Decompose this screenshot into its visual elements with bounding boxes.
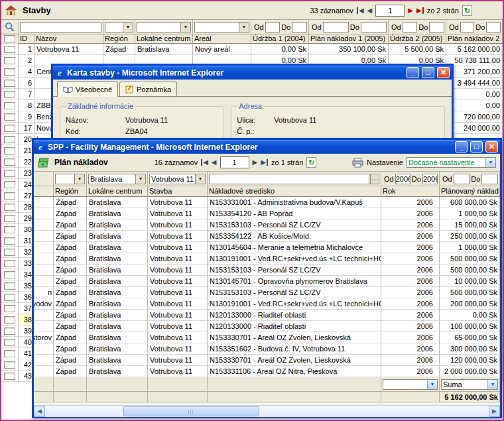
settings-select[interactable]: Dočasné nastavenie ▼ [407,157,496,168]
filter-rok-od-input[interactable] [395,174,410,184]
filter-p1-od-input[interactable] [323,22,349,32]
row-selector-cell[interactable] [34,253,54,265]
row-selector-cell[interactable] [34,265,54,276]
row-selector-cell[interactable] [1,326,19,337]
close-button[interactable]: ✕ [437,67,450,78]
row-selector-checkbox[interactable] [4,294,15,301]
last-page-button[interactable]: ▶ [416,7,424,14]
row-selector-cell[interactable] [34,321,54,332]
row-selector-cell[interactable] [1,213,19,224]
row-selector-checkbox[interactable] [4,147,15,154]
row-selector-cell[interactable] [1,258,19,269]
chevron-down-icon[interactable]: ▼ [427,380,437,389]
row-selector-cell[interactable] [1,100,19,111]
column-header-stavba[interactable]: Stavba [148,186,208,197]
tab-poznamka[interactable]: Poznámka [119,82,177,96]
next-page-button[interactable]: ▶ [408,7,413,14]
row-selector-checkbox[interactable] [4,113,15,121]
row-selector-cell[interactable] [1,44,19,55]
filter-nazov-input[interactable] [20,22,101,32]
row-selector-checkbox[interactable] [4,57,15,64]
row-selector-cell[interactable] [1,337,19,348]
row-selector-checkbox[interactable] [4,136,15,143]
row-selector-cell[interactable] [1,111,19,123]
maximize-button[interactable]: □ [470,141,483,152]
row-selector-checkbox[interactable] [4,181,15,188]
row-selector-cell[interactable] [1,134,19,145]
column-header-p2[interactable]: Plán nákladov 2 (2006) [446,34,503,44]
row-selector-cell[interactable] [1,303,19,314]
filter-p1-do-input[interactable] [361,22,387,32]
filter-region-select[interactable]: ▼ [55,174,85,184]
row-selector-cell[interactable] [34,242,54,253]
row-selector-cell[interactable]: estorov [34,332,54,343]
row-selector-cell[interactable] [1,202,19,213]
horizontal-scrollbar[interactable]: ◀ ▶ [34,405,500,416]
lookup-button[interactable]: … [370,174,379,184]
minimize-button[interactable]: _ [407,67,419,78]
chevron-down-icon[interactable]: ▼ [485,158,495,167]
row-selector-cell[interactable] [1,78,19,89]
select-all-header[interactable] [1,34,19,44]
row-selector-checkbox[interactable] [4,125,15,132]
row-selector-cell[interactable] [1,292,19,303]
scroll-left-button[interactable]: ◀ [34,406,45,417]
chevron-down-icon[interactable]: ▼ [135,174,145,184]
row-selector-checkbox[interactable] [4,260,15,267]
column-header-plan[interactable]: Plánovaný náklad [440,186,500,197]
row-selector-cell[interactable] [34,355,54,366]
row-selector-cell[interactable] [34,219,54,231]
row-selector-cell[interactable]: zvodov [34,298,54,310]
row-selector-checkbox[interactable] [4,237,15,245]
karta-title-bar[interactable]: e Karta stavby - Microsoft Internet Expl… [53,66,452,80]
printer-icon[interactable] [352,158,363,168]
row-selector-cell[interactable] [1,190,19,202]
select-all-checkbox[interactable] [4,35,15,42]
chevron-down-icon[interactable]: ▼ [195,174,205,184]
filter-u1-do-input[interactable] [292,22,307,32]
row-selector-checkbox[interactable] [4,46,15,53]
column-header-ns[interactable]: Nákladové stredisko [208,186,381,197]
minimize-button[interactable]: _ [455,141,468,152]
filter-region-select[interactable]: ▼ [105,22,133,32]
tab-vseobecne[interactable]: Všeobecné [57,81,118,97]
spp-title-bar[interactable]: e SPP - Facility Management - Microsoft … [34,140,500,154]
row-selector-checkbox[interactable] [4,170,15,177]
row-selector-cell[interactable] [1,247,19,258]
refresh-icon[interactable]: ↻ [306,157,316,168]
row-selector-cell[interactable] [34,310,54,321]
column-header-rok[interactable]: Rok [381,186,440,197]
last-page-button[interactable]: ▶ [261,159,268,166]
filter-areal-select[interactable]: ▼ [194,22,249,32]
first-page-button[interactable]: ◀ [357,7,364,14]
row-selector-checkbox[interactable] [4,373,15,380]
close-button[interactable]: ✕ [485,141,498,152]
row-selector-checkbox[interactable] [4,204,15,211]
row-selector-checkbox[interactable] [4,80,15,87]
row-selector-cell[interactable] [1,179,19,190]
scrollbar-track[interactable] [45,406,489,417]
filter-stavba-select[interactable]: Votrubova 11 ▼ [149,174,206,184]
row-selector-cell[interactable] [1,145,19,156]
row-selector-checkbox[interactable] [4,316,15,324]
row-selector-cell[interactable] [1,224,19,235]
row-selector-cell[interactable] [1,235,19,247]
row-selector-cell[interactable] [1,371,19,382]
row-selector-checkbox[interactable] [4,350,15,357]
first-page-button[interactable]: ◀ [201,159,208,166]
row-selector-checkbox[interactable] [4,282,15,290]
row-selector-checkbox[interactable] [4,215,15,222]
column-header-lc[interactable]: Lokálne centrum [135,34,193,44]
filter-ns-input[interactable] [209,174,369,184]
column-header-lc[interactable]: Lokálne centrum [87,186,148,197]
chevron-down-icon[interactable]: ▼ [487,380,497,389]
chevron-down-icon[interactable]: ▼ [239,23,249,32]
column-header-region[interactable]: Región [103,34,135,44]
refresh-icon[interactable]: ↻ [462,5,472,16]
row-selector-checkbox[interactable] [4,91,15,98]
filter-p2-do-input[interactable] [486,22,501,32]
row-selector-checkbox[interactable] [4,68,15,76]
filter-u1-od-input[interactable] [265,22,281,32]
column-header-nazov[interactable]: Názov [34,34,103,44]
plan-aggregate-select[interactable]: Suma ▼ [441,379,498,390]
